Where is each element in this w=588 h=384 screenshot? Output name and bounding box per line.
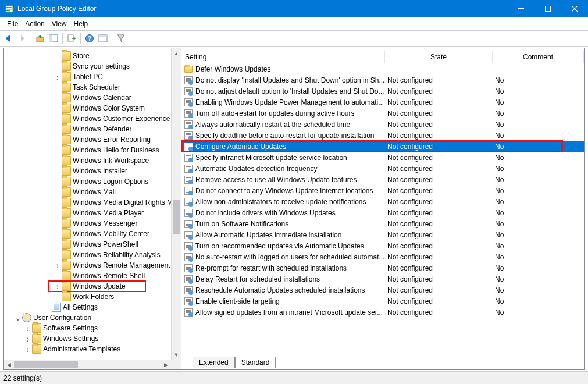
help-button[interactable]: ? — [83, 32, 96, 45]
tree-item[interactable]: ›Software Settings — [4, 323, 181, 333]
tree-item[interactable]: All Settings — [4, 302, 181, 312]
list-row[interactable]: Remove access to use all Windows Update … — [181, 174, 584, 185]
scroll-up-icon[interactable]: ▲ — [172, 48, 181, 58]
tree-item[interactable]: Work Folders — [4, 291, 181, 302]
chevron-right-icon[interactable]: › — [24, 344, 32, 354]
tree-item[interactable]: Store — [4, 51, 181, 61]
list-row[interactable]: Enabling Windows Update Power Management… — [181, 97, 584, 108]
scroll-thumb[interactable] — [173, 200, 180, 234]
list-row[interactable]: Defer Windows Updates — [181, 63, 584, 74]
tree-item[interactable]: Windows Hello for Business — [4, 145, 181, 155]
tree-item[interactable]: ›Windows Remote Management (WinRM) — [4, 260, 181, 271]
list-row[interactable]: Delay Restart for scheduled installation… — [181, 273, 584, 285]
tree-horizontal-scrollbar[interactable]: ◀ ▶ — [4, 360, 171, 369]
chevron-right-icon[interactable]: › — [54, 72, 62, 82]
list-row[interactable]: Automatic Updates detection frequencyNot… — [181, 163, 584, 174]
list-row[interactable]: Allow Automatic Updates immediate instal… — [181, 229, 584, 240]
list-row[interactable]: Do not connect to any Windows Update Int… — [181, 185, 584, 196]
tree-item[interactable]: Windows Media Digital Rights Management — [4, 197, 181, 208]
tree-item[interactable]: Windows Media Player — [4, 208, 181, 218]
column-state[interactable]: State — [385, 51, 493, 63]
list-row[interactable]: No auto-restart with logged on users for… — [181, 251, 584, 262]
setting-comment: No — [495, 275, 584, 283]
show-hide-tree-button[interactable] — [47, 32, 60, 45]
list-row[interactable]: Do not include drivers with Windows Upda… — [181, 207, 584, 218]
list-row[interactable]: Configure Automatic UpdatesNot configure… — [181, 141, 584, 152]
menu-help[interactable]: Help — [70, 19, 92, 29]
menu-file[interactable]: File — [3, 19, 22, 29]
list-row[interactable]: Turn on recommended updates via Automati… — [181, 240, 584, 251]
close-button[interactable] — [561, 0, 588, 17]
chevron-right-icon[interactable]: › — [54, 260, 62, 271]
list-row[interactable]: Specify deadline before auto-restart for… — [181, 130, 584, 141]
tree-item[interactable]: Windows Defender — [4, 124, 181, 134]
tree-item[interactable]: Task Scheduler — [4, 82, 181, 93]
policy-icon — [184, 230, 193, 240]
tree-item[interactable]: Windows Color System — [4, 103, 181, 113]
back-button[interactable] — [2, 32, 15, 45]
minimize-button[interactable] — [508, 0, 534, 17]
menu-action[interactable]: Action — [22, 19, 48, 29]
scroll-right-icon[interactable]: ▶ — [161, 360, 171, 369]
tree-item[interactable]: ›Tablet PC — [4, 72, 181, 82]
list-row[interactable]: Reschedule Automatic Updates scheduled i… — [181, 285, 584, 296]
tree-item[interactable]: ›Administrative Templates — [4, 344, 181, 354]
list-row[interactable]: Always automatically restart at the sche… — [181, 119, 584, 130]
up-button[interactable] — [34, 32, 47, 45]
folder-icon — [184, 65, 193, 74]
tree-view[interactable]: StoreSync your settings›Tablet PCTask Sc… — [4, 48, 181, 369]
tree-item[interactable]: ›Windows Settings — [4, 333, 181, 344]
tree-item[interactable]: Windows Calendar — [4, 93, 181, 103]
scroll-left-icon[interactable]: ◀ — [4, 360, 14, 369]
tree-item[interactable]: Windows Reliability Analysis — [4, 250, 181, 260]
tree-item[interactable]: Windows Installer — [4, 166, 181, 176]
list-row[interactable]: Specify intranet Microsoft update servic… — [181, 152, 584, 163]
tree-item[interactable]: ⌄User Configuration — [4, 312, 181, 323]
tree-item-label: Work Folders — [73, 293, 114, 301]
tree-item[interactable]: Windows Customer Experience Improvement … — [4, 113, 181, 124]
list-row[interactable]: Allow non-administrators to receive upda… — [181, 196, 584, 207]
list-row[interactable]: Turn off auto-restart for updates during… — [181, 108, 584, 119]
tab-standard[interactable]: Standard — [235, 357, 276, 368]
list-view[interactable]: Defer Windows UpdatesDo not display 'Ins… — [181, 63, 584, 357]
list-row[interactable]: Do not display 'Install Updates and Shut… — [181, 74, 584, 86]
tree-item[interactable]: Windows Mobility Center — [4, 229, 181, 239]
setting-comment: No — [495, 220, 584, 228]
filter-button[interactable] — [115, 32, 127, 45]
maximize-button[interactable] — [534, 0, 561, 17]
tree-item[interactable]: ›Windows Update — [4, 281, 181, 291]
titlebar[interactable]: Local Group Policy Editor — [0, 0, 588, 17]
tab-extended[interactable]: Extended — [193, 357, 235, 368]
folder-icon — [62, 187, 71, 197]
tree-vertical-scrollbar[interactable]: ▲ ▼ — [171, 48, 181, 360]
list-row[interactable]: Allow signed updates from an intranet Mi… — [181, 307, 584, 318]
list-row[interactable]: Do not adjust default option to 'Install… — [181, 86, 584, 97]
setting-comment: No — [495, 286, 584, 294]
folder-icon — [62, 125, 71, 134]
folder-icon — [62, 72, 71, 81]
scroll-down-icon[interactable]: ▼ — [172, 350, 181, 360]
list-row[interactable]: Re-prompt for restart with scheduled ins… — [181, 262, 584, 273]
tree-item[interactable]: Windows Messenger — [4, 218, 181, 229]
tree-item[interactable]: Windows Logon Options — [4, 176, 181, 187]
tree-item[interactable]: Windows Ink Workspace — [4, 155, 181, 166]
tree-item[interactable]: Sync your settings — [4, 61, 181, 72]
tree-item[interactable]: Windows Error Reporting — [4, 134, 181, 145]
list-row[interactable]: Enable client-side targetingNot configur… — [181, 296, 584, 307]
tree-item[interactable]: Windows PowerShell — [4, 239, 181, 250]
svg-rect-5 — [546, 6, 551, 12]
menu-view[interactable]: View — [48, 19, 70, 29]
tree-item[interactable]: Windows Mail — [4, 187, 181, 197]
chevron-down-icon[interactable]: ⌄ — [14, 313, 22, 322]
tree-item[interactable]: Windows Remote Shell — [4, 271, 181, 281]
chevron-right-icon[interactable]: › — [24, 333, 32, 344]
column-setting[interactable]: Setting — [181, 51, 385, 63]
column-comment[interactable]: Comment — [493, 51, 584, 63]
properties-button[interactable] — [97, 32, 109, 45]
list-row[interactable]: Turn on Software NotificationsNot config… — [181, 218, 584, 229]
export-list-button[interactable] — [65, 32, 78, 45]
scroll-hthumb[interactable] — [14, 361, 78, 368]
forward-button[interactable] — [16, 32, 28, 45]
chevron-right-icon[interactable]: › — [54, 281, 62, 291]
chevron-right-icon[interactable]: › — [24, 323, 32, 333]
